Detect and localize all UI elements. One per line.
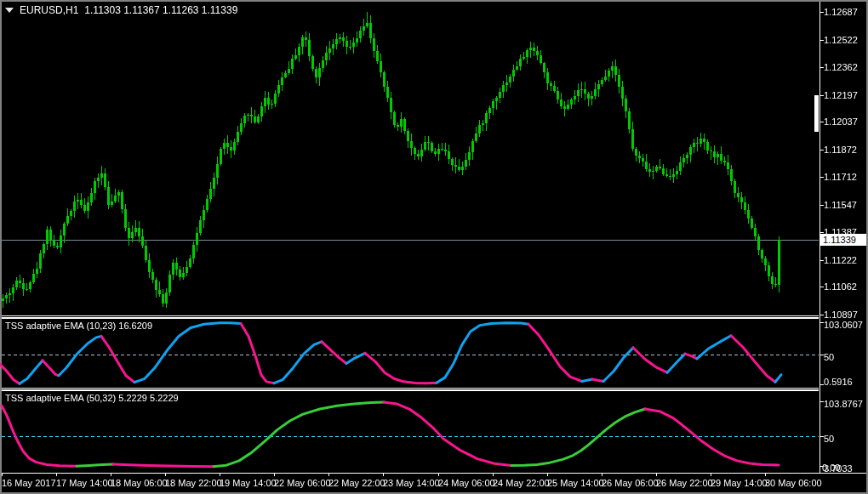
mt4-chart-window: EURUSD,H1 1.11303 1.11367 1.11263 1.1133… [0,0,868,494]
vertical-scrollbar-thumb[interactable] [814,95,819,132]
chart-canvas[interactable] [0,0,868,494]
collapse-arrow-icon[interactable] [5,8,14,13]
